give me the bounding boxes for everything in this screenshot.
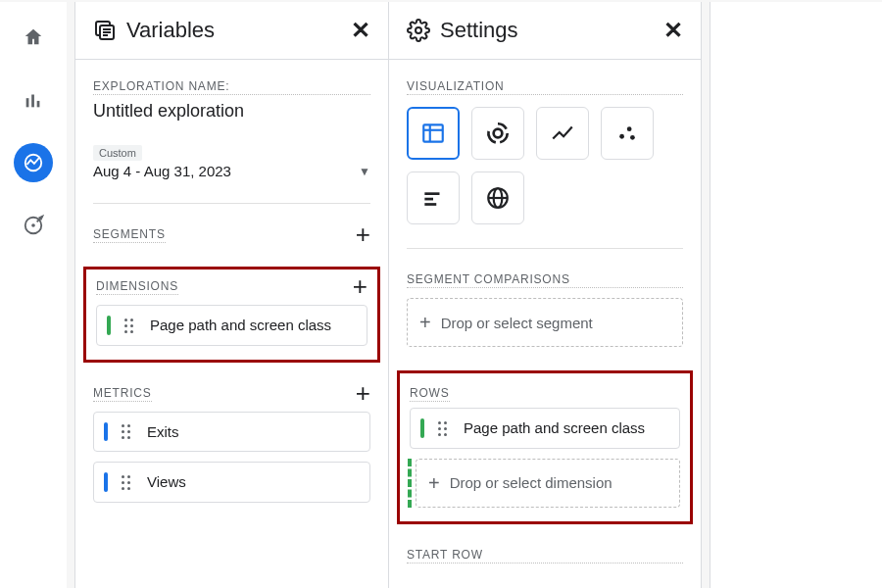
add-dimension-button[interactable]: + xyxy=(353,279,368,295)
gear-icon xyxy=(407,19,430,42)
home-icon[interactable] xyxy=(14,18,53,57)
dimension-accent xyxy=(107,316,111,335)
close-icon[interactable]: ✕ xyxy=(351,19,370,42)
visualization-section: VISUALIZATION xyxy=(407,79,683,224)
metric-chip-label: Views xyxy=(147,472,358,492)
visualization-options xyxy=(407,107,683,224)
viz-option-table[interactable] xyxy=(407,107,460,160)
svg-point-5 xyxy=(32,224,34,226)
metric-accent xyxy=(104,472,108,492)
metrics-section: METRICS + Exits Views xyxy=(93,386,370,503)
plus-icon: + xyxy=(428,473,440,493)
segments-label: SEGMENTS xyxy=(93,227,166,243)
chevron-down-icon: ▼ xyxy=(359,165,370,178)
segments-section-head: SEGMENTS + xyxy=(93,227,370,243)
exploration-name-field[interactable]: EXPLORATION NAME: Untitled exploration xyxy=(93,79,370,122)
settings-title: Settings xyxy=(440,18,518,43)
start-row-section: START ROW xyxy=(407,548,683,564)
segment-drop-zone[interactable]: + Drop or select segment xyxy=(407,298,683,347)
rows-dashed-rail xyxy=(408,459,412,508)
segment-drop-label: Drop or select segment xyxy=(441,315,593,331)
metric-chip[interactable]: Views xyxy=(93,462,370,503)
add-segment-button[interactable]: + xyxy=(356,227,370,243)
variables-icon xyxy=(93,19,117,42)
viz-option-donut[interactable] xyxy=(471,107,524,160)
svg-point-11 xyxy=(416,27,421,33)
svg-point-16 xyxy=(619,134,624,139)
settings-header: Settings ✕ xyxy=(389,2,701,60)
svg-point-17 xyxy=(627,126,632,131)
dimension-accent xyxy=(420,418,424,438)
settings-body: VISUALIZATION xyxy=(389,60,701,588)
add-metric-button[interactable]: + xyxy=(356,386,370,402)
variables-title: Variables xyxy=(126,18,215,43)
nav-rail xyxy=(0,2,67,588)
svg-point-18 xyxy=(630,135,635,140)
dimensions-highlight: DIMENSIONS + Page path and screen class xyxy=(83,267,380,363)
drag-handle-icon[interactable] xyxy=(122,475,135,489)
date-preset-badge: Custom xyxy=(93,145,142,161)
date-range-value: Aug 4 - Aug 31, 2023 xyxy=(93,163,231,179)
svg-rect-2 xyxy=(37,101,40,107)
dimension-chip[interactable]: Page path and screen class xyxy=(96,305,368,346)
variables-body: EXPLORATION NAME: Untitled exploration C… xyxy=(75,60,388,588)
visualization-label: VISUALIZATION xyxy=(407,79,683,95)
svg-rect-0 xyxy=(26,98,29,107)
plus-icon: + xyxy=(419,313,431,332)
rows-chip[interactable]: Page path and screen class xyxy=(410,408,680,449)
rows-highlight: ROWS Page path and screen class + Drop o… xyxy=(397,370,693,524)
explore-icon[interactable] xyxy=(14,143,53,182)
dimensions-section-head: DIMENSIONS + xyxy=(96,279,368,295)
svg-rect-12 xyxy=(423,124,443,141)
viz-option-line[interactable] xyxy=(536,107,589,160)
viz-option-scatter[interactable] xyxy=(601,107,654,160)
viz-option-bar[interactable] xyxy=(407,172,460,224)
metrics-section-head: METRICS + xyxy=(93,386,370,402)
divider xyxy=(93,203,370,204)
rows-drop-label: Drop or select dimension xyxy=(450,474,612,491)
settings-panel: Settings ✕ VISUALIZATION xyxy=(388,2,702,588)
reports-icon[interactable] xyxy=(14,80,53,120)
exploration-name-label: EXPLORATION NAME: xyxy=(93,79,370,95)
divider xyxy=(407,248,683,249)
close-icon[interactable]: ✕ xyxy=(663,19,683,42)
viz-option-geo[interactable] xyxy=(471,172,524,224)
svg-rect-1 xyxy=(31,95,34,108)
metrics-label: METRICS xyxy=(93,386,152,402)
metric-accent xyxy=(104,422,108,442)
drag-handle-icon[interactable] xyxy=(122,424,135,438)
segment-comparisons-label: SEGMENT COMPARISONS xyxy=(407,272,683,288)
metric-chip-label: Exits xyxy=(147,422,358,442)
rows-label: ROWS xyxy=(410,386,450,402)
rows-chip-label: Page path and screen class xyxy=(464,418,667,438)
drag-handle-icon[interactable] xyxy=(438,421,452,435)
segment-comparisons-section: SEGMENT COMPARISONS + Drop or select seg… xyxy=(407,272,683,347)
date-range-picker[interactable]: Custom Aug 4 - Aug 31, 2023 ▼ xyxy=(93,145,370,179)
variables-panel: Variables ✕ EXPLORATION NAME: Untitled e… xyxy=(74,2,388,588)
metric-chip[interactable]: Exits xyxy=(93,412,370,453)
app-root: Variables ✕ EXPLORATION NAME: Untitled e… xyxy=(0,0,882,588)
rows-drop-zone[interactable]: + Drop or select dimension xyxy=(416,459,680,508)
dimensions-label: DIMENSIONS xyxy=(96,279,178,295)
svg-point-15 xyxy=(494,129,503,138)
exploration-name-value: Untitled exploration xyxy=(93,101,370,122)
drag-handle-icon[interactable] xyxy=(124,318,138,332)
start-row-label: START ROW xyxy=(407,548,683,564)
target-icon[interactable] xyxy=(14,206,53,245)
variables-header: Variables ✕ xyxy=(75,2,388,60)
canvas-area xyxy=(710,2,882,588)
dimension-chip-label: Page path and screen class xyxy=(150,316,355,335)
